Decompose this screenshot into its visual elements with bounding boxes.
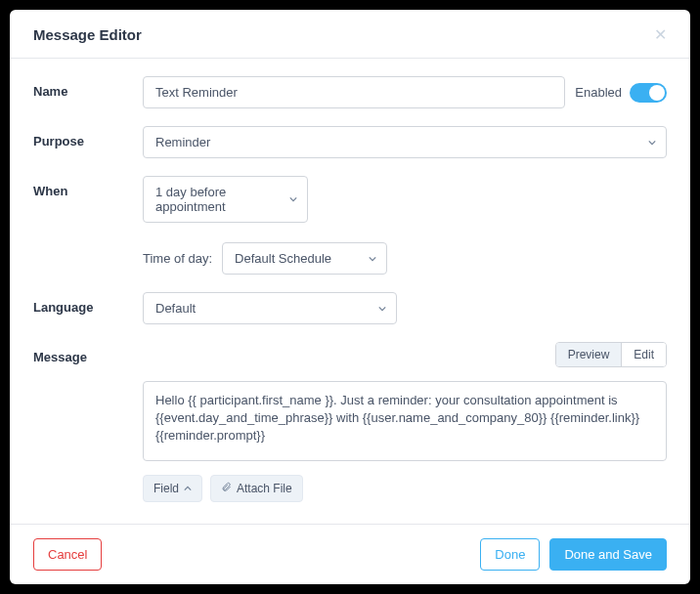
when-select[interactable]: 1 day before appointment [143, 176, 308, 223]
done-button[interactable]: Done [480, 538, 540, 571]
purpose-label: Purpose [33, 126, 143, 148]
chevron-down-icon [289, 195, 297, 203]
modal-header: Message Editor ✕ [10, 10, 690, 59]
field-button-label: Field [153, 482, 179, 495]
name-input[interactable] [143, 76, 565, 108]
when-value: 1 day before appointment [155, 185, 280, 214]
attach-file-button[interactable]: Attach File [210, 475, 303, 502]
paperclip-icon [221, 482, 232, 495]
message-textarea[interactable] [143, 381, 667, 461]
attach-file-label: Attach File [237, 482, 292, 495]
message-view-toggle: Preview Edit [555, 342, 667, 367]
close-icon[interactable]: ✕ [654, 25, 667, 44]
enabled-label: Enabled [575, 85, 622, 100]
chevron-down-icon [648, 139, 656, 147]
time-of-day-select[interactable]: Default Schedule [222, 242, 387, 275]
done-and-save-button[interactable]: Done and Save [549, 538, 667, 571]
language-label: Language [33, 292, 143, 315]
enabled-group: Enabled [575, 83, 667, 103]
message-section: Field Attach File Auto replies + Add aut… [143, 381, 667, 524]
modal-footer: Cancel Done Done and Save [10, 524, 690, 584]
cancel-button[interactable]: Cancel [33, 538, 102, 571]
message-row: Message Preview Edit [33, 342, 667, 375]
language-row: Language Default [33, 292, 667, 324]
purpose-select[interactable]: Reminder [143, 126, 667, 158]
language-value: Default [155, 301, 196, 316]
time-of-day-label: Time of day: [143, 251, 212, 266]
message-editor-modal: Message Editor ✕ Name Enabled Purpose Re… [10, 10, 690, 584]
message-actions: Field Attach File [143, 475, 667, 502]
preview-button[interactable]: Preview [556, 343, 622, 366]
name-label: Name [33, 76, 143, 99]
time-of-day-value: Default Schedule [235, 251, 331, 266]
chevron-down-icon [369, 255, 376, 263]
field-button[interactable]: Field [143, 475, 202, 502]
edit-button[interactable]: Edit [621, 343, 666, 366]
message-label: Message [33, 342, 143, 364]
chevron-down-icon [378, 305, 386, 313]
when-row: When 1 day before appointment Time of da… [33, 176, 667, 275]
modal-title: Message Editor [33, 26, 142, 43]
enabled-toggle[interactable] [630, 83, 667, 103]
language-select[interactable]: Default [143, 292, 397, 324]
name-row: Name Enabled [33, 76, 667, 108]
modal-body: Name Enabled Purpose Reminder [10, 59, 690, 524]
chevron-up-icon [184, 482, 192, 495]
time-of-day-row: Time of day: Default Schedule [143, 242, 387, 275]
purpose-value: Reminder [155, 135, 210, 149]
purpose-row: Purpose Reminder [33, 126, 667, 158]
when-label: When [33, 176, 143, 198]
